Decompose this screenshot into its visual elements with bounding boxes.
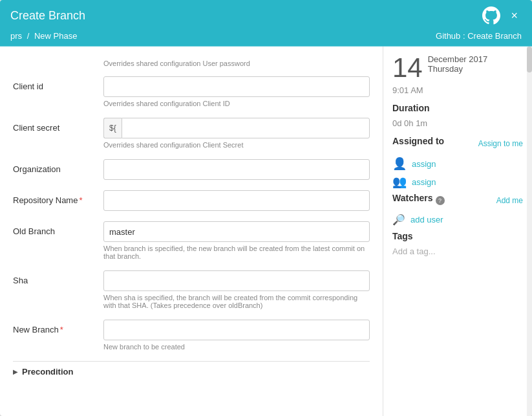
duration-label: Duration <box>392 103 523 113</box>
breadcrumb-separator: / <box>27 31 30 41</box>
date-text-col: December 2017 Thursday <box>428 54 488 74</box>
old-branch-input[interactable] <box>103 221 370 242</box>
new-branch-label: New Branch* <box>13 320 103 334</box>
assign-link-1[interactable]: assign <box>412 159 436 169</box>
help-icon[interactable]: ? <box>436 196 445 205</box>
date-day-number: 14 <box>392 54 423 82</box>
organization-input[interactable] <box>103 159 370 180</box>
password-hint-row: Overrides shared configuration User pass… <box>13 60 370 67</box>
old-branch-hint: When branch is specified, the new branch… <box>103 245 370 260</box>
add-tag-text[interactable]: Add a tag... <box>392 246 523 256</box>
precondition-chevron-icon: ▶ <box>13 368 18 375</box>
modal-header: Create Branch × <box>0 0 532 31</box>
repo-name-field-wrap <box>103 190 370 211</box>
breadcrumb: prs / New Phase <box>10 31 77 41</box>
client-id-hint: Overrides shared configuration Client ID <box>103 100 370 107</box>
password-hint: Overrides shared configuration User pass… <box>103 60 370 67</box>
sha-input[interactable] <box>103 270 370 291</box>
organization-row: Organization <box>13 159 370 180</box>
client-id-input[interactable] <box>103 76 370 97</box>
modal-container: Create Branch × prs / New Phase Github :… <box>0 0 532 416</box>
client-secret-row: Client secret ${ Overrides shared config… <box>13 118 370 149</box>
new-branch-hint: New branch to be created <box>103 343 370 351</box>
watchers-label-wrap: Watchers ? <box>392 193 445 208</box>
sha-field-wrap: When sha is specified, the branch will b… <box>103 270 370 309</box>
modal-title: Create Branch <box>10 9 85 23</box>
client-secret-prefix-btn[interactable]: ${ <box>103 118 122 138</box>
add-user-link[interactable]: add user <box>410 215 443 224</box>
assigned-to-label: Assigned to <box>392 136 444 146</box>
scrollbar-thumb[interactable] <box>527 47 532 72</box>
modal-body: Overrides shared configuration User pass… <box>0 47 532 416</box>
assign-row-2: 👥 assign <box>392 175 523 189</box>
client-secret-input-wrap: ${ <box>103 118 370 138</box>
assigned-to-header: Assigned to Assign to me <box>392 136 523 151</box>
github-icon <box>482 6 500 25</box>
repo-name-required: * <box>79 195 82 205</box>
date-block: 14 December 2017 Thursday <box>392 54 523 82</box>
precondition-section-header[interactable]: ▶ Precondition <box>13 361 370 382</box>
sha-row: Sha When sha is specified, the branch wi… <box>13 270 370 309</box>
watchers-header: Watchers ? Add me <box>392 193 523 208</box>
scrollbar-track <box>527 47 532 416</box>
binoculars-icon: 🔎 <box>392 213 405 226</box>
organization-field-wrap <box>103 159 370 180</box>
client-id-row: Client id Overrides shared configuration… <box>13 76 370 107</box>
date-weekday: Thursday <box>428 64 488 74</box>
assign-link-2[interactable]: assign <box>412 177 436 187</box>
modal-subheader: prs / New Phase Github : Create Branch <box>0 31 532 47</box>
client-secret-label: Client secret <box>13 118 103 133</box>
tags-label: Tags <box>392 231 523 241</box>
repo-name-row: Repository Name* <box>13 190 370 211</box>
tags-section: Tags Add a tag... <box>392 231 523 256</box>
old-branch-row: Old Branch When branch is specified, the… <box>13 221 370 260</box>
sidebar-panel: 14 December 2017 Thursday 9:01 AM Durati… <box>383 47 532 416</box>
close-button[interactable]: × <box>507 8 522 23</box>
repo-name-input[interactable] <box>103 190 370 211</box>
client-id-label: Client id <box>13 76 103 91</box>
assign-to-me-link[interactable]: Assign to me <box>478 139 523 148</box>
new-branch-required: * <box>60 325 63 334</box>
sha-hint: When sha is specified, the branch will b… <box>103 294 370 309</box>
old-branch-field-wrap: When branch is specified, the new branch… <box>103 221 370 260</box>
breadcrumb-prs[interactable]: prs <box>10 31 22 41</box>
date-month-year: December 2017 <box>428 54 488 64</box>
client-secret-field-wrap: ${ Overrides shared configuration Client… <box>103 118 370 149</box>
repo-name-label: Repository Name* <box>13 190 103 205</box>
precondition-label: Precondition <box>22 367 73 377</box>
client-secret-hint: Overrides shared configuration Client Se… <box>103 141 370 149</box>
form-panel: Overrides shared configuration User pass… <box>0 47 383 416</box>
organization-label: Organization <box>13 159 103 174</box>
duration-value: 0d 0h 1m <box>392 118 523 128</box>
time-text: 9:01 AM <box>392 85 523 95</box>
sha-label: Sha <box>13 270 103 285</box>
new-branch-row: New Branch* New branch to be created <box>13 320 370 351</box>
new-branch-field-wrap: New branch to be created <box>103 320 370 351</box>
person-icon-1: 👤 <box>392 157 407 171</box>
watchers-label: Watchers <box>392 193 433 203</box>
new-branch-input[interactable] <box>103 320 370 340</box>
breadcrumb-new-phase[interactable]: New Phase <box>34 31 77 41</box>
breadcrumb-right: Github : Create Branch <box>436 31 522 41</box>
watchers-row: 🔎 add user <box>392 213 523 226</box>
client-secret-input[interactable] <box>122 118 370 138</box>
client-id-field-wrap: Overrides shared configuration Client ID <box>103 76 370 107</box>
assign-row-1: 👤 assign <box>392 157 523 171</box>
add-me-link[interactable]: Add me <box>496 196 523 205</box>
header-right: × <box>482 6 522 25</box>
group-icon: 👥 <box>392 175 407 189</box>
old-branch-label: Old Branch <box>13 221 103 236</box>
